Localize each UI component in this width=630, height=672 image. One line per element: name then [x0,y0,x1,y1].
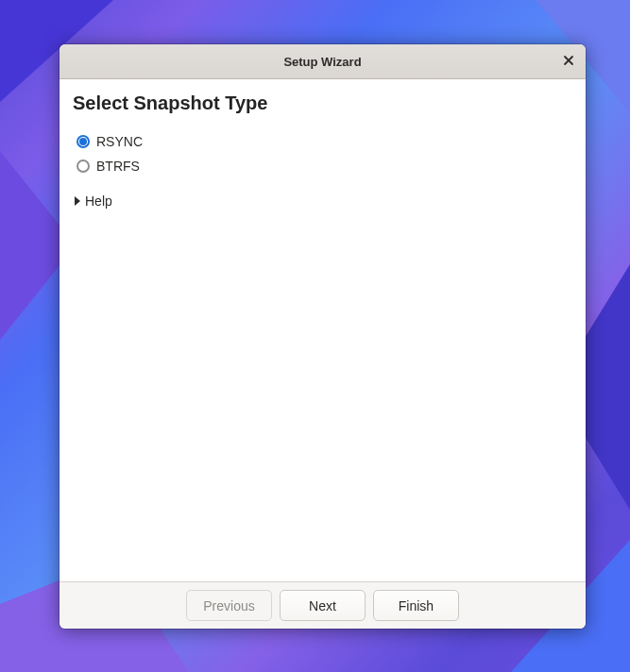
finish-button[interactable]: Finish [373,590,459,621]
radio-option-rsync[interactable]: RSYNC [77,129,572,154]
snapshot-type-radiogroup: RSYNC BTRFS [77,129,572,178]
window-title: Setup Wizard [283,55,361,69]
page-heading: Select Snapshot Type [73,92,572,114]
next-button[interactable]: Next [280,590,366,621]
close-button[interactable] [557,50,580,73]
setup-wizard-window: Setup Wizard Select Snapshot Type RSYNC … [60,44,586,629]
help-label: Help [85,193,112,209]
radio-indicator-icon [77,135,90,148]
action-bar: Previous Next Finish [60,581,586,629]
close-icon [563,54,574,69]
help-expander[interactable]: Help [73,193,572,209]
radio-option-btrfs[interactable]: BTRFS [77,154,572,178]
chevron-right-icon [73,196,82,206]
titlebar: Setup Wizard [60,44,586,79]
radio-label: RSYNC [96,134,143,149]
wizard-content: Select Snapshot Type RSYNC BTRFS Help [60,79,586,581]
previous-button[interactable]: Previous [186,590,272,621]
radio-indicator-icon [77,160,90,173]
radio-label: BTRFS [96,159,140,174]
